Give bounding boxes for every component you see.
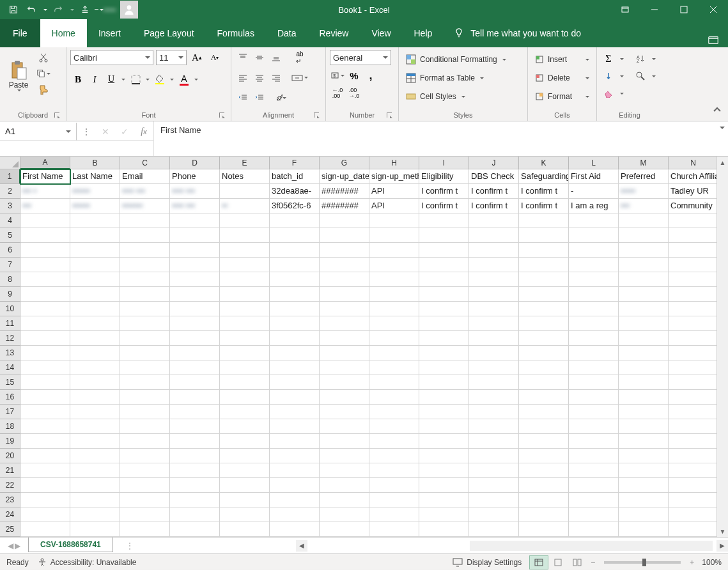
cell-H9[interactable] [369, 287, 419, 302]
column-headers[interactable]: ABCDEFGHIJKLMN [20, 157, 716, 169]
cell-G4[interactable] [320, 213, 369, 228]
column-header-M[interactable]: M [619, 157, 669, 169]
cell-M19[interactable] [619, 434, 669, 449]
row-header-9[interactable]: 9 [0, 287, 20, 302]
cells-container[interactable]: First NameLast NameEmailPhoneNotesbatch_… [20, 169, 716, 537]
cell-N5[interactable] [669, 228, 718, 243]
cell-H21[interactable] [369, 463, 419, 478]
cell-G6[interactable] [320, 243, 369, 258]
cell-E14[interactable] [220, 360, 270, 375]
cell-I22[interactable] [419, 478, 469, 493]
cell-G3[interactable]: ######## [320, 199, 369, 213]
cancel-formula-button[interactable]: ✕ [96, 123, 115, 141]
cell-K5[interactable] [519, 228, 569, 243]
cell-G2[interactable]: ######## [320, 184, 369, 199]
clipboard-launcher[interactable] [54, 112, 61, 119]
fill-color-button[interactable] [152, 72, 167, 87]
cell-E12[interactable] [220, 331, 270, 346]
cell-I14[interactable] [419, 360, 469, 375]
cell-B21[interactable] [70, 463, 120, 478]
cell-G21[interactable] [320, 463, 369, 478]
cell-J7[interactable] [469, 258, 519, 272]
cell-I23[interactable] [419, 493, 469, 507]
enter-formula-button[interactable]: ✓ [115, 123, 134, 141]
cell-M17[interactable] [619, 405, 669, 419]
align-left-button[interactable] [235, 70, 251, 86]
cell-D23[interactable] [170, 493, 220, 507]
cell-K13[interactable] [519, 346, 569, 360]
cell-C22[interactable] [120, 478, 170, 493]
cell-C25[interactable] [120, 522, 170, 537]
format-as-table-button[interactable]: Format as Table [403, 70, 523, 86]
cell-F6[interactable] [270, 243, 320, 258]
cell-I8[interactable] [419, 272, 469, 287]
redo-dropdown[interactable] [68, 1, 75, 18]
row-header-16[interactable]: 16 [0, 390, 20, 405]
number-format-combo[interactable]: General [330, 50, 391, 65]
sheet-nav[interactable]: ◀▶ [0, 541, 28, 550]
tab-review[interactable]: Review [308, 19, 360, 47]
cell-M15[interactable] [619, 375, 669, 390]
cell-N20[interactable] [669, 449, 718, 463]
cell-N16[interactable] [669, 390, 718, 405]
cell-N8[interactable] [669, 272, 718, 287]
cell-K23[interactable] [519, 493, 569, 507]
cell-N13[interactable] [669, 346, 718, 360]
cell-C4[interactable] [120, 213, 170, 228]
alignment-launcher[interactable] [314, 112, 320, 119]
row-header-8[interactable]: 8 [0, 272, 20, 287]
cell-K18[interactable] [519, 419, 569, 434]
cell-F14[interactable] [270, 360, 320, 375]
cell-C5[interactable] [120, 228, 170, 243]
cell-F21[interactable] [270, 463, 320, 478]
cell-L17[interactable] [569, 405, 619, 419]
cell-J14[interactable] [469, 360, 519, 375]
column-header-D[interactable]: D [170, 157, 220, 169]
column-header-K[interactable]: K [519, 157, 569, 169]
cell-A11[interactable] [20, 316, 70, 331]
cell-D5[interactable] [170, 228, 220, 243]
tab-home[interactable]: Home [40, 19, 87, 47]
cell-H17[interactable] [369, 405, 419, 419]
cell-E5[interactable] [220, 228, 270, 243]
qat-customize[interactable] [95, 1, 104, 18]
autosum-button[interactable]: Σ [601, 51, 616, 66]
cell-C3[interactable]: ▪▪▪▪▪▪▪ [120, 199, 170, 213]
cell-D20[interactable] [170, 449, 220, 463]
cell-F15[interactable] [270, 375, 320, 390]
cell-A1[interactable]: First Name [20, 169, 70, 184]
tab-page-layout[interactable]: Page Layout [132, 19, 206, 47]
cell-L4[interactable] [569, 213, 619, 228]
cell-B11[interactable] [70, 316, 120, 331]
minimize-button[interactable] [640, 0, 669, 19]
column-header-F[interactable]: F [270, 157, 320, 169]
cell-B2[interactable]: ▪▪▪▪▪▪ [70, 184, 120, 199]
cell-F18[interactable] [270, 419, 320, 434]
cell-C24[interactable] [120, 507, 170, 522]
cut-button[interactable] [36, 50, 51, 65]
cell-H6[interactable] [369, 243, 419, 258]
cell-D9[interactable] [170, 287, 220, 302]
cell-A20[interactable] [20, 449, 70, 463]
row-header-13[interactable]: 13 [0, 346, 20, 360]
share-button[interactable] [708, 35, 719, 47]
cell-K16[interactable] [519, 390, 569, 405]
cell-E8[interactable] [220, 272, 270, 287]
align-bottom-button[interactable] [268, 50, 284, 65]
cell-G8[interactable] [320, 272, 369, 287]
cell-G1[interactable]: sign-up_date [320, 169, 369, 184]
row-header-19[interactable]: 19 [0, 434, 20, 449]
cell-D12[interactable] [170, 331, 220, 346]
sort-filter-button[interactable]: AZ [633, 51, 648, 66]
cell-G24[interactable] [320, 507, 369, 522]
cell-K25[interactable] [519, 522, 569, 537]
cell-F17[interactable] [270, 405, 320, 419]
cell-F1[interactable]: batch_id [270, 169, 320, 184]
cell-L24[interactable] [569, 507, 619, 522]
cell-C7[interactable] [120, 258, 170, 272]
cell-E2[interactable] [220, 184, 270, 199]
cell-D22[interactable] [170, 478, 220, 493]
cell-H19[interactable] [369, 434, 419, 449]
cell-M9[interactable] [619, 287, 669, 302]
tab-data[interactable]: Data [266, 19, 308, 47]
